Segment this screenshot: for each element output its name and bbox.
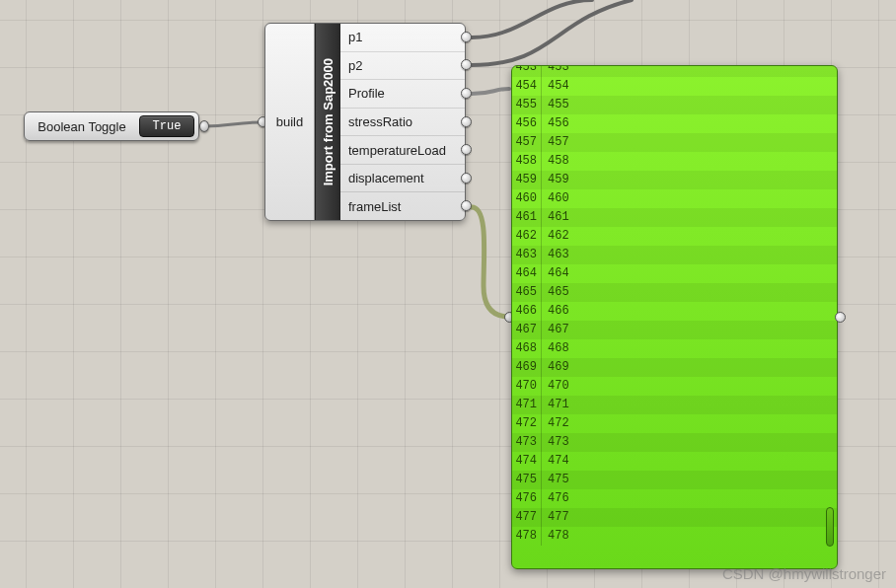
output-grip[interactable] — [461, 88, 472, 99]
panel-row-index: 470 — [512, 377, 542, 396]
panel-row[interactable]: 469469 — [512, 358, 837, 377]
output-p2: p2 — [340, 52, 465, 81]
panel-row[interactable]: 459459 — [512, 171, 837, 189]
panel-row-index: 460 — [512, 189, 542, 208]
panel-row[interactable]: 477477 — [512, 508, 837, 527]
output-grip[interactable] — [461, 144, 472, 155]
panel-row-index: 456 — [512, 114, 542, 133]
sap-node-title: Import from Sap2000 — [321, 58, 336, 185]
panel-row[interactable]: 470470 — [512, 377, 837, 396]
panel-row-index: 471 — [512, 396, 542, 414]
data-panel[interactable]: 4534534544544554554564564574574584584594… — [511, 65, 838, 569]
panel-row-index: 454 — [512, 77, 542, 96]
panel-row[interactable]: 478478 — [512, 527, 837, 546]
output-grip[interactable] — [461, 32, 472, 42]
panel-row[interactable]: 457457 — [512, 133, 837, 152]
panel-row[interactable]: 453453 — [512, 65, 837, 77]
sap-node-outputs: p1 p2 Profile stressRatio temperatureLoa… — [340, 24, 465, 220]
panel-row-value: 471 — [542, 396, 569, 414]
panel-row-index: 464 — [512, 264, 542, 283]
output-grip[interactable] — [461, 116, 472, 127]
panel-output-grip[interactable] — [835, 312, 846, 323]
panel-row[interactable]: 475475 — [512, 471, 837, 489]
output-label: displacement — [348, 171, 424, 185]
panel-row-index: 466 — [512, 302, 542, 321]
panel-row[interactable]: 473473 — [512, 433, 837, 452]
panel-row-value: 474 — [542, 452, 569, 471]
panel-row-value: 468 — [542, 339, 569, 358]
panel-content: 4534534544544554554564564574574584584594… — [512, 65, 837, 546]
panel-row-value: 460 — [542, 189, 569, 208]
output-label: Profile — [348, 86, 385, 101]
panel-row-index: 469 — [512, 358, 542, 377]
panel-row[interactable]: 454454 — [512, 77, 837, 96]
panel-row-value: 453 — [542, 65, 569, 77]
output-grip[interactable] — [461, 59, 472, 70]
panel-row[interactable]: 474474 — [512, 452, 837, 471]
grasshopper-canvas[interactable]: Boolean Toggle True build Import from Sa… — [0, 0, 896, 588]
panel-row-index: 455 — [512, 96, 542, 114]
panel-row-index: 472 — [512, 414, 542, 433]
panel-row-index: 463 — [512, 246, 542, 264]
panel-row-value: 469 — [542, 358, 569, 377]
panel-row-value: 458 — [542, 152, 569, 171]
panel-row-value: 472 — [542, 414, 569, 433]
panel-row[interactable]: 464464 — [512, 264, 837, 283]
panel-row-value: 473 — [542, 433, 569, 452]
output-grip[interactable] — [461, 173, 472, 184]
panel-row-value: 456 — [542, 114, 569, 133]
panel-row[interactable]: 458458 — [512, 152, 837, 171]
panel-row[interactable]: 455455 — [512, 96, 837, 114]
panel-row[interactable]: 472472 — [512, 414, 837, 433]
panel-row-index: 462 — [512, 227, 542, 246]
panel-row-index: 474 — [512, 452, 542, 471]
panel-row-value: 462 — [542, 227, 569, 246]
panel-row[interactable]: 471471 — [512, 396, 837, 414]
panel-row[interactable]: 466466 — [512, 302, 837, 321]
panel-row-value: 470 — [542, 377, 569, 396]
panel-row-value: 478 — [542, 527, 569, 546]
panel-row-index: 465 — [512, 283, 542, 302]
panel-row[interactable]: 462462 — [512, 227, 837, 246]
sap-node-title-strip: Import from Sap2000 — [315, 24, 340, 220]
panel-row-index: 458 — [512, 152, 542, 171]
panel-row-value: 459 — [542, 171, 569, 189]
panel-row[interactable]: 468468 — [512, 339, 837, 358]
output-stressratio: stressRatio — [340, 109, 465, 137]
panel-row-index: 457 — [512, 133, 542, 152]
panel-row-value: 457 — [542, 133, 569, 152]
panel-row[interactable]: 476476 — [512, 489, 837, 508]
panel-row[interactable]: 460460 — [512, 189, 837, 208]
output-framelist: frameList — [340, 192, 465, 220]
output-grip[interactable] — [461, 200, 472, 211]
panel-row-index: 476 — [512, 489, 542, 508]
output-label: stressRatio — [348, 114, 412, 129]
panel-row-value: 476 — [542, 489, 569, 508]
boolean-toggle-output-grip[interactable] — [199, 120, 209, 132]
panel-row-value: 463 — [542, 246, 569, 264]
panel-scroll-thumb[interactable] — [826, 507, 834, 547]
output-label: p2 — [348, 58, 362, 73]
panel-row-value: 465 — [542, 283, 569, 302]
panel-row-index: 475 — [512, 471, 542, 489]
output-label: p1 — [348, 30, 362, 44]
panel-row[interactable]: 465465 — [512, 283, 837, 302]
panel-row[interactable]: 463463 — [512, 246, 837, 264]
import-from-sap2000-component[interactable]: build Import from Sap2000 p1 p2 Profile … — [264, 23, 466, 221]
panel-row-value: 455 — [542, 96, 569, 114]
boolean-toggle-component[interactable]: Boolean Toggle True — [24, 111, 199, 141]
panel-row-index: 461 — [512, 208, 542, 227]
boolean-toggle-label: Boolean Toggle — [25, 119, 139, 134]
sap-node-input-label: build — [265, 24, 315, 220]
panel-row-value: 475 — [542, 471, 569, 489]
panel-row-value: 464 — [542, 264, 569, 283]
output-p1: p1 — [340, 24, 465, 52]
panel-row[interactable]: 461461 — [512, 208, 837, 227]
panel-row-value: 477 — [542, 508, 569, 527]
panel-row-index: 478 — [512, 527, 542, 546]
panel-row[interactable]: 456456 — [512, 114, 837, 133]
output-temperatureload: temperatureLoad — [340, 136, 465, 165]
panel-row[interactable]: 467467 — [512, 321, 837, 339]
boolean-toggle-value[interactable]: True — [139, 115, 194, 137]
panel-row-value: 461 — [542, 208, 569, 227]
